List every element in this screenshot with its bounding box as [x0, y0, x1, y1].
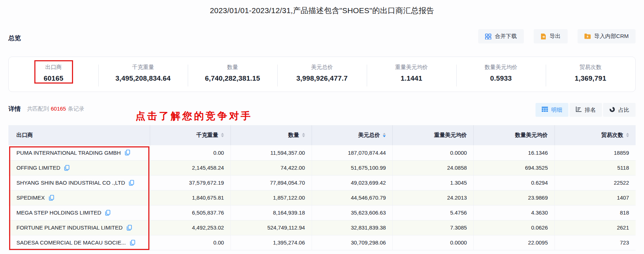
export-button[interactable]: 导出 [534, 29, 568, 43]
view-button-proportion[interactable]: 占比 [603, 103, 636, 117]
cell-quantity: 8,164,939.18 [231, 205, 312, 220]
column-label: 数量美元均价 [515, 132, 548, 138]
column-header-trade_count[interactable]: 贸易次数 [555, 125, 636, 145]
annotation-competitors-text: 点击了解您的竞争对手 [136, 109, 252, 123]
cell-usd_per_kg: 0.0000 [393, 145, 474, 160]
merge-grid-icon [485, 34, 491, 39]
sort-carets-icon[interactable] [626, 133, 629, 138]
column-header-kg_weight[interactable]: 千克重量 [150, 125, 231, 145]
stat-label: 出口商 [9, 64, 98, 71]
stat-value: 1,369,791 [575, 74, 606, 82]
cell-usd_per_qty: 22.0095 [474, 235, 555, 250]
exporter-name[interactable]: FORTUNE PLANET INDUSTRIAL LIMITED [16, 224, 123, 231]
stat-贸易次数: 贸易次数1,369,791 [546, 64, 635, 82]
exporter-name[interactable]: MEGA STEP HOLDINGS LIMITED [16, 209, 101, 216]
import-crm-label: 导入内部CRM [594, 33, 629, 40]
column-label: 贸易次数 [601, 132, 623, 138]
cell-exporter: OFFING LIMITED [8, 160, 150, 175]
ranking-icon [576, 107, 582, 113]
copy-icon[interactable] [126, 225, 132, 231]
overview-stats-card: 出口商60165千克重量3,495,208,834.64数量6,740,282,… [8, 57, 636, 92]
cell-usd_per_kg: 0.0000 [393, 235, 474, 250]
stat-value: 0.5933 [490, 74, 512, 82]
stat-label: 数量 [188, 64, 277, 71]
view-button-detail[interactable]: 明细 [536, 103, 568, 117]
copy-icon[interactable] [49, 195, 54, 201]
overview-heading: 总览 [8, 34, 21, 42]
report-page: 2023/01/01-2023/12/31,产品描述包含"SHOES"的出口商汇… [0, 0, 644, 254]
cell-kg_weight: 1,840,675.81 [150, 190, 231, 205]
stat-label: 千克重量 [98, 64, 188, 71]
cell-usd_per_qty: 694.3525 [474, 160, 555, 175]
exporter-name[interactable]: PUMA INTERNATIONAL TRADING GMBH [16, 150, 121, 156]
cell-trade_count: 2621 [555, 220, 636, 235]
cell-exporter: SPEDIMEX [8, 190, 150, 205]
view-button-ranking[interactable]: 排名 [569, 103, 602, 117]
view-label: 明细 [551, 107, 562, 113]
cell-quantity: 524,749,112.94 [231, 220, 312, 235]
import-crm-button[interactable]: 导入内部CRM [578, 29, 636, 43]
export-document-icon [541, 34, 546, 39]
detail-heading: 详情 [8, 105, 21, 113]
cell-quantity: 77,894,054.70 [231, 175, 312, 190]
exporter-name[interactable]: SPEDIMEX [16, 195, 45, 201]
match-count: 60165 [51, 105, 66, 112]
cell-kg_weight: 0.00 [150, 145, 231, 160]
column-label: 美元总价 [358, 132, 380, 138]
cell-usd_per_qty: 23.9869 [474, 190, 555, 205]
match-record-text: 共匹配到60165条记录 [27, 105, 84, 112]
column-header-usd_total[interactable]: 美元总价 [312, 125, 393, 145]
cell-quantity: 1,857,122.00 [231, 190, 312, 205]
stat-value: 3,998,926,477.7 [296, 74, 347, 82]
column-header-quantity[interactable]: 数量 [231, 125, 312, 145]
table-row: MEGA STEP HOLDINGS LIMITED6,505,837.768,… [8, 205, 636, 220]
table-header-row: 出口商千克重量数量美元总价重量美元均价数量美元均价贸易次数 [8, 125, 636, 145]
cell-usd_total: 35,623,606.63 [312, 205, 393, 220]
cell-exporter: MEGA STEP HOLDINGS LIMITED [8, 205, 150, 220]
cell-usd_total: 30,709,298.06 [312, 235, 393, 250]
stat-千克重量: 千克重量3,495,208,834.64 [98, 64, 188, 82]
cell-kg_weight: 4,492,253.02 [150, 220, 231, 235]
copy-icon[interactable] [105, 210, 110, 216]
cell-quantity: 11,594,357.00 [231, 145, 312, 160]
table-icon [542, 107, 548, 113]
table-row: SPEDIMEX1,840,675.811,857,122.0044,546,6… [8, 190, 636, 205]
sort-carets-icon[interactable] [383, 133, 386, 138]
stat-value: 3,495,208,834.64 [115, 74, 171, 82]
pie-icon [609, 107, 615, 113]
table-row: PUMA INTERNATIONAL TRADING GMBH0.0011,59… [8, 145, 636, 160]
exporters-table-wrap: 出口商千克重量数量美元总价重量美元均价数量美元均价贸易次数 PUMA INTER… [8, 125, 636, 250]
cell-usd_per_kg: 7.3085 [393, 220, 474, 235]
import-folder-icon [584, 34, 591, 39]
exporter-name[interactable]: OFFING LIMITED [16, 165, 60, 171]
cell-exporter: SADESA COMERCIAL DE MACAU SOCIE... [8, 235, 150, 250]
stat-美元总价: 美元总价3,998,926,477.7 [277, 64, 367, 82]
cell-trade_count: 723 [555, 235, 636, 250]
column-label: 重量美元均价 [434, 132, 467, 138]
copy-icon[interactable] [64, 165, 69, 171]
column-header-usd_per_kg: 重量美元均价 [393, 125, 474, 145]
cell-trade_count: 5118 [555, 160, 636, 175]
toolbar: 合并下载 导出 导入内部CRM [478, 29, 636, 43]
export-label: 导出 [550, 33, 561, 40]
cell-exporter: SHYANG SHIN BAO INDUSTRIAL CO .,LTD [8, 175, 150, 190]
sort-carets-icon[interactable] [221, 133, 224, 138]
copy-icon[interactable] [125, 150, 130, 155]
cell-kg_weight: 2,145,458.24 [150, 160, 231, 175]
merge-download-label: 合并下载 [495, 33, 517, 40]
cell-usd_total: 187,070,874.44 [312, 145, 393, 160]
copy-icon[interactable] [129, 180, 134, 186]
merge-download-button[interactable]: 合并下载 [478, 29, 524, 43]
cell-usd_per_qty: 4.3630 [474, 205, 555, 220]
cell-usd_total: 51,675,100.99 [312, 160, 393, 175]
cell-usd_per_qty: 0.6294 [474, 175, 555, 190]
exporter-name[interactable]: SHYANG SHIN BAO INDUSTRIAL CO .,LTD [16, 180, 125, 186]
stat-value: 6,740,282,381.15 [205, 74, 260, 82]
cell-usd_per_kg: 24.0858 [393, 160, 474, 175]
exporter-name[interactable]: SADESA COMERCIAL DE MACAU SOCIE... [16, 239, 126, 246]
page-title: 2023/01/01-2023/12/31,产品描述包含"SHOES"的出口商汇… [0, 5, 644, 16]
copy-icon[interactable] [130, 240, 135, 246]
stat-数量: 数量6,740,282,381.15 [188, 64, 277, 82]
sort-carets-icon[interactable] [302, 133, 305, 138]
stat-label: 美元总价 [277, 64, 367, 71]
